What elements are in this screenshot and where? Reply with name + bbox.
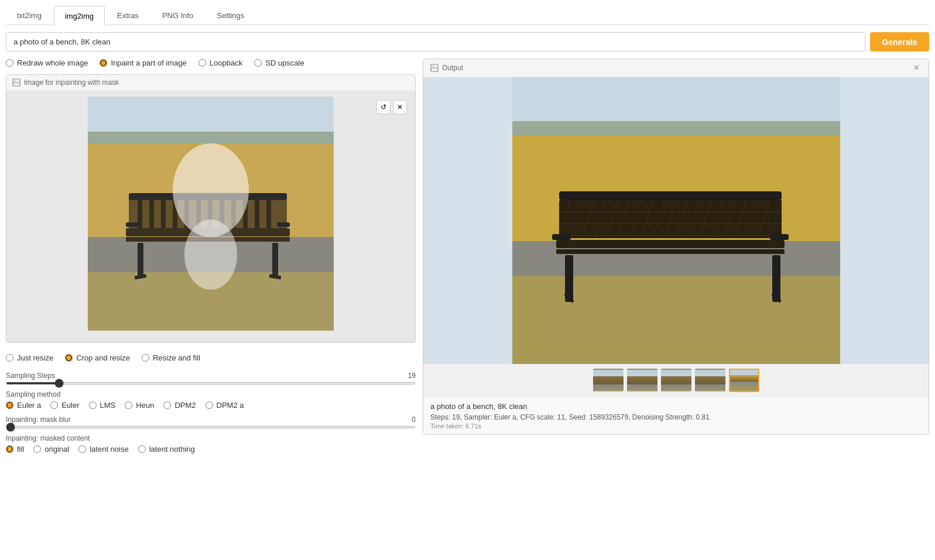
- thumbnail-3[interactable]: [661, 369, 691, 392]
- tab-settings[interactable]: Settings: [206, 6, 255, 25]
- content-latent-noise[interactable]: latent noise: [78, 445, 129, 454]
- image-area-header: Image for inpainting with mask: [6, 75, 415, 91]
- content-fill[interactable]: fill: [6, 445, 24, 454]
- method-dpm2-a[interactable]: DPM2 a: [206, 401, 244, 410]
- reset-image-button[interactable]: ↺: [376, 100, 391, 114]
- resize-fill-radio[interactable]: [142, 354, 149, 362]
- dpm2-a-label: DPM2 a: [217, 401, 244, 410]
- tab-txt2img[interactable]: txt2img: [6, 6, 53, 25]
- crop-resize-radio[interactable]: [65, 354, 73, 362]
- euler-radio[interactable]: [50, 401, 58, 409]
- svg-rect-31: [431, 64, 438, 71]
- mask-blur-section: Inpainting: mask blur 0: [6, 415, 416, 428]
- latent-nothing-radio[interactable]: [138, 445, 146, 453]
- masked-content-options: fill original latent noise latent nothin…: [6, 445, 416, 454]
- thumbnail-2[interactable]: [627, 369, 657, 392]
- sampling-method-options: Euler a Euler LMS Heun: [6, 401, 416, 410]
- mode-redraw-label: Redraw whole image: [17, 59, 88, 67]
- content-original[interactable]: original: [33, 445, 69, 454]
- method-euler[interactable]: Euler: [50, 401, 79, 410]
- thumbnails: [423, 364, 929, 397]
- mode-selector: Redraw whole image Inpaint a part of ima…: [6, 59, 416, 67]
- euler-a-label: Euler a: [17, 401, 41, 410]
- output-prompt-text: a photo of a bench, 8K clean: [430, 402, 922, 411]
- mode-redraw-radio[interactable]: [6, 59, 13, 67]
- tab-img2img[interactable]: img2img: [54, 6, 105, 25]
- masked-content-section: Inpainting: masked content fill original…: [6, 434, 416, 454]
- method-euler-a[interactable]: Euler a: [6, 401, 41, 410]
- heun-radio[interactable]: [125, 401, 132, 409]
- clear-image-button[interactable]: ✕: [393, 100, 407, 114]
- latent-noise-radio[interactable]: [78, 445, 86, 453]
- svg-point-32: [433, 66, 434, 67]
- thumbnail-5[interactable]: [729, 369, 759, 392]
- mode-redraw[interactable]: Redraw whole image: [6, 59, 88, 67]
- sampling-steps-slider[interactable]: [6, 382, 416, 384]
- left-panel: Redraw whole image Inpaint a part of ima…: [6, 59, 416, 459]
- prompt-input[interactable]: a photo of a bench, 8K clean: [6, 32, 865, 51]
- output-info: a photo of a bench, 8K clean Steps: 19, …: [423, 397, 929, 434]
- output-image-svg: [512, 77, 840, 364]
- svg-rect-0: [13, 79, 20, 86]
- mode-inpaint[interactable]: Inpaint a part of image: [100, 59, 186, 67]
- content-latent-nothing[interactable]: latent nothing: [138, 445, 195, 454]
- heun-label: Heun: [136, 401, 154, 410]
- output-params-text: Steps: 19, Sampler: Euler a, CFG scale: …: [430, 413, 922, 421]
- svg-rect-28: [277, 222, 290, 227]
- svg-rect-63: [556, 249, 785, 254]
- output-image-container: [423, 77, 929, 364]
- sampling-steps-section: Sampling Steps 19: [6, 372, 416, 384]
- latent-noise-label: latent noise: [90, 445, 129, 454]
- svg-rect-37: [512, 276, 840, 364]
- resize-just-resize[interactable]: Just resize: [6, 353, 53, 362]
- resize-fill[interactable]: Resize and fill: [142, 353, 200, 362]
- sampling-steps-row: [6, 382, 416, 384]
- method-lms[interactable]: LMS: [89, 401, 116, 410]
- lms-label: LMS: [100, 401, 116, 410]
- resize-crop-resize[interactable]: Crop and resize: [65, 353, 130, 362]
- fill-radio[interactable]: [6, 445, 13, 453]
- lms-radio[interactable]: [89, 401, 97, 409]
- svg-point-1: [15, 81, 16, 82]
- tab-extras[interactable]: Extras: [106, 6, 150, 25]
- tab-png-info[interactable]: PNG Info: [151, 6, 204, 25]
- original-radio[interactable]: [33, 445, 41, 453]
- thumbnail-1[interactable]: [593, 369, 624, 392]
- generate-button[interactable]: Generate: [870, 32, 929, 51]
- svg-point-30: [184, 219, 237, 290]
- dpm2-radio[interactable]: [163, 401, 171, 409]
- euler-a-radio[interactable]: [6, 401, 13, 409]
- just-resize-radio[interactable]: [6, 354, 13, 362]
- thumbnail-4[interactable]: [695, 369, 725, 392]
- mode-sd-upscale[interactable]: SD upscale: [254, 59, 304, 67]
- mode-sd-upscale-radio[interactable]: [254, 59, 262, 67]
- dpm2-a-radio[interactable]: [206, 401, 213, 409]
- method-dpm2[interactable]: DPM2: [163, 401, 196, 410]
- output-header: Output ×: [423, 59, 929, 77]
- bench-canvas: [88, 97, 334, 331]
- resize-fill-label: Resize and fill: [153, 353, 200, 362]
- mode-sd-upscale-label: SD upscale: [265, 59, 304, 67]
- method-heun[interactable]: Heun: [125, 401, 154, 410]
- output-header-left: Output: [430, 64, 463, 72]
- svg-rect-24: [272, 243, 278, 278]
- bench-svg: [88, 97, 334, 331]
- latent-nothing-label: latent nothing: [149, 445, 195, 454]
- output-label: Output: [442, 64, 463, 72]
- sampling-method-section: Sampling method Euler a Euler LMS: [6, 390, 416, 410]
- mask-blur-slider[interactable]: [6, 426, 416, 428]
- original-label: original: [44, 445, 69, 454]
- mode-loopback-radio[interactable]: [198, 59, 206, 67]
- image-icon: [12, 78, 20, 87]
- dpm2-label: DPM2: [174, 401, 196, 410]
- mode-inpaint-radio[interactable]: [100, 59, 107, 67]
- euler-label: Euler: [61, 401, 79, 410]
- output-close-button[interactable]: ×: [912, 63, 922, 73]
- right-panel: Output ×: [423, 59, 929, 459]
- svg-rect-23: [138, 243, 143, 278]
- output-section: Output ×: [423, 59, 929, 435]
- svg-rect-65: [770, 234, 789, 240]
- resize-options: Just resize Crop and resize Resize and f…: [6, 349, 416, 367]
- mode-loopback[interactable]: Loopback: [198, 59, 242, 67]
- mask-blur-row: [6, 426, 416, 428]
